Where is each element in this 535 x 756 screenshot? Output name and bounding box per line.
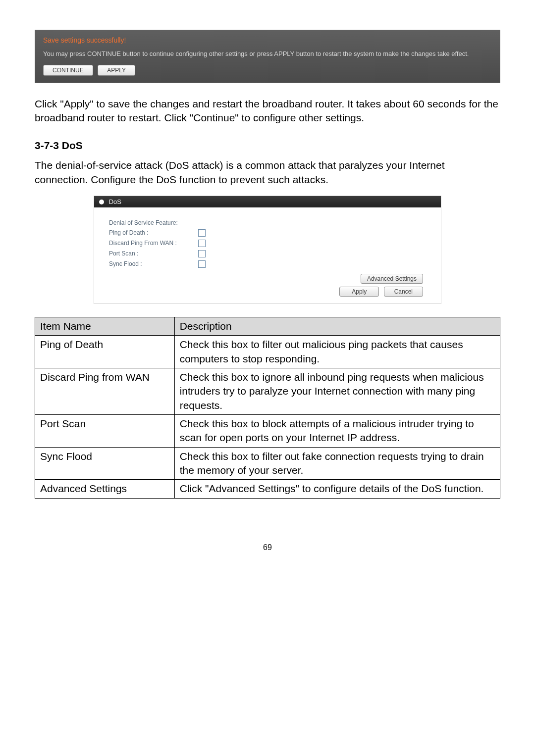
paragraph-dos-intro: The denial-of-service attack (DoS attack… — [35, 158, 500, 187]
table-desc: Check this box to filter out malicious p… — [174, 336, 500, 368]
table-desc: Check this box to ignore all inbound pin… — [174, 368, 500, 414]
dos-panel-header: DoS — [94, 196, 441, 207]
table-row: Port Scan Check this box to block attemp… — [35, 414, 500, 447]
checkbox-port-scan[interactable] — [198, 250, 206, 257]
table-header-desc: Description — [174, 317, 500, 335]
table-desc: Check this box to block attempts of a ma… — [174, 414, 500, 447]
dos-label: Discard Ping From WAN : — [109, 240, 198, 247]
dos-label: Sync Flood : — [109, 260, 198, 267]
dos-row-port-scan: Port Scan : — [109, 250, 426, 257]
description-table: Item Name Description Ping of Death Chec… — [35, 317, 500, 499]
bullet-icon — [99, 200, 104, 204]
heading-dos: 3-7-3 DoS — [35, 140, 500, 151]
dos-panel-body: Denial of Service Feature: Ping of Death… — [94, 207, 441, 303]
dos-label: Ping of Death : — [109, 229, 198, 236]
checkbox-discard-ping-wan[interactable] — [198, 240, 206, 247]
save-settings-panel: Save settings successfully! You may pres… — [35, 30, 500, 83]
advanced-settings-button[interactable]: Advanced Settings — [361, 274, 423, 284]
continue-button[interactable]: CONTINUE — [43, 65, 93, 76]
paragraph-apply-instructions: Click "Apply" to save the changes and re… — [35, 97, 500, 125]
table-row: Sync Flood Check this box to filter out … — [35, 447, 500, 480]
dos-cancel-button[interactable]: Cancel — [384, 287, 423, 297]
dos-row-ping-of-death: Ping of Death : — [109, 229, 426, 237]
dos-row-discard-ping-wan: Discard Ping From WAN : — [109, 240, 426, 247]
dos-panel: DoS Denial of Service Feature: Ping of D… — [94, 196, 441, 304]
checkbox-ping-of-death[interactable] — [198, 229, 206, 237]
table-header-row: Item Name Description — [35, 317, 500, 335]
table-desc: Click "Advanced Settings" to configure d… — [174, 480, 500, 498]
dos-buttons: Advanced Settings Apply Cancel — [109, 274, 426, 297]
table-item: Advanced Settings — [35, 480, 175, 498]
save-description: You may press CONTINUE button to continu… — [43, 49, 492, 59]
table-row: Ping of Death Check this box to filter o… — [35, 336, 500, 368]
table-item: Sync Flood — [35, 447, 175, 480]
table-row: Discard Ping from WAN Check this box to … — [35, 368, 500, 414]
dos-apply-button[interactable]: Apply — [339, 287, 379, 297]
table-row: Advanced Settings Click "Advanced Settin… — [35, 480, 500, 498]
table-desc: Check this box to filter out fake connec… — [174, 447, 500, 480]
apply-button[interactable]: APPLY — [98, 65, 135, 76]
table-header-item: Item Name — [35, 317, 175, 335]
dos-row-sync-flood: Sync Flood : — [109, 260, 426, 268]
save-title: Save settings successfully! — [43, 36, 492, 44]
table-item: Ping of Death — [35, 336, 175, 368]
dos-header-label: DoS — [109, 198, 121, 205]
checkbox-sync-flood[interactable] — [198, 260, 206, 268]
table-item: Discard Ping from WAN — [35, 368, 175, 414]
table-item: Port Scan — [35, 414, 175, 447]
dos-feature-label: Denial of Service Feature: — [109, 219, 198, 226]
dos-label: Port Scan : — [109, 250, 198, 257]
page-number: 69 — [35, 543, 500, 552]
